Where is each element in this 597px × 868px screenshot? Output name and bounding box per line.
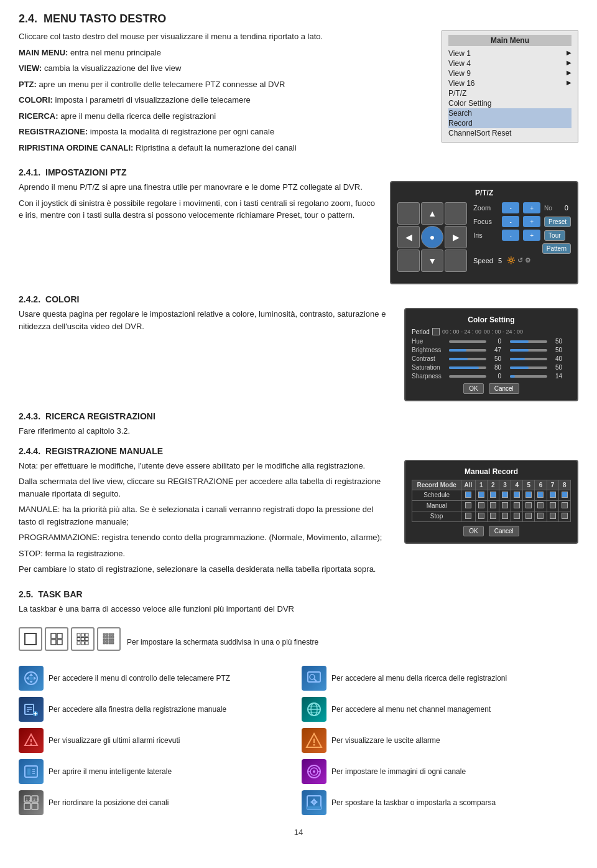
list-item: Per aprire il menu intelligente laterale [19, 759, 295, 784]
stop-4[interactable] [514, 513, 520, 519]
speed-value: 5 [498, 257, 502, 264]
manual-8[interactable] [562, 502, 568, 508]
ptz-body: Con il joystick di sinistra è possibile … [19, 197, 377, 222]
sched-1[interactable] [478, 492, 484, 498]
stop-6[interactable] [537, 513, 544, 519]
manual-record-desc: Per accedere alla finestra della registr… [49, 704, 226, 715]
reg-line4: STOP: ferma la registrazione. [19, 548, 392, 560]
ptz-panel: P/T/Z ▲ ◀ ● ▶ ▼ [390, 181, 578, 284]
svg-rect-28 [109, 642, 111, 645]
sched-7[interactable] [550, 492, 556, 498]
single-view-icon[interactable] [19, 627, 42, 651]
smart-menu-icon [19, 759, 44, 784]
iris-minus-btn[interactable]: - [502, 230, 519, 241]
pattern-btn[interactable]: Pattern [542, 243, 571, 254]
manual-1[interactable] [478, 502, 484, 508]
tour-btn[interactable]: Tour [544, 230, 565, 241]
reg-note: Nota: per effettuare le modifiche, l'ute… [19, 460, 392, 472]
sched-5[interactable] [525, 492, 532, 498]
ptz-upright-btn[interactable] [445, 202, 467, 225]
quad-view-icon[interactable] [45, 627, 68, 651]
list-item: Per visualizzare gli ultimi allarmi rice… [19, 728, 295, 753]
search-record-desc: Per accedere al menu della ricerca delle… [331, 673, 507, 684]
alarms-desc: Per visualizzare gli ultimi allarmi rice… [49, 735, 180, 746]
sub241-title: IMPOSTAZIONI PTZ [45, 167, 126, 177]
ptz-upleft-btn[interactable] [397, 202, 420, 225]
speed-label: Speed [473, 257, 493, 264]
stop-2[interactable] [490, 513, 496, 519]
focus-plus-btn[interactable]: + [523, 216, 540, 227]
svg-rect-18 [103, 637, 106, 639]
zoom-minus-btn[interactable]: - [502, 202, 519, 213]
rh-1: 1 [475, 480, 487, 490]
nine-view-icon[interactable] [71, 627, 95, 651]
rh-7: 7 [547, 480, 558, 490]
ricerca-body: Fare riferimento al capitolo 3.2. [19, 425, 578, 437]
stop-8[interactable] [562, 513, 568, 519]
manual-4[interactable] [514, 502, 520, 508]
sched-4[interactable] [514, 492, 520, 498]
stop-3[interactable] [502, 513, 508, 519]
sub241-number: 2.4.1. [19, 167, 40, 177]
svg-marker-33 [26, 676, 29, 680]
sched-2[interactable] [490, 492, 496, 498]
record-cancel-btn[interactable]: Cancel [489, 526, 519, 536]
sub242-title: COLORI [45, 294, 79, 304]
color-setting-title: Color Setting [412, 315, 571, 324]
list-item: 1 2 3 4 Per riordinare la posizione dei … [19, 790, 295, 815]
manual-5[interactable] [525, 502, 532, 508]
svg-rect-14 [103, 633, 106, 636]
manual-6[interactable] [537, 502, 544, 508]
record-ok-btn[interactable]: OK [463, 526, 483, 536]
ptz-left-btn[interactable]: ◀ [397, 226, 420, 248]
sched-8[interactable] [562, 492, 568, 498]
preset-btn[interactable]: Preset [544, 217, 571, 227]
color-ok-btn[interactable]: OK [463, 383, 483, 394]
table-row: Schedule [412, 490, 571, 500]
svg-point-63 [313, 770, 315, 773]
net-channel-icon [302, 697, 326, 722]
mm-view16: View 16▶ [448, 78, 572, 88]
alarm-out-desc: Per visualizzare le uscite allarme [331, 735, 440, 746]
ptz-downright-btn[interactable] [445, 250, 467, 272]
ptz-down-btn[interactable]: ▼ [421, 250, 443, 272]
sixteen-view-icon[interactable] [97, 627, 121, 651]
sched-6[interactable] [537, 492, 544, 498]
list-item: Per impostare le immagini di ogni canale [302, 759, 578, 784]
svg-rect-70 [24, 803, 30, 810]
sub242-number: 2.4.2. [19, 294, 40, 304]
sub25-number: 2.5. [19, 589, 33, 599]
zoom-plus-btn[interactable]: + [523, 202, 540, 213]
ptz-up-btn[interactable]: ▲ [421, 202, 443, 225]
ptz-right-btn[interactable]: ▶ [445, 226, 467, 248]
manual-all[interactable] [465, 502, 471, 508]
svg-rect-22 [103, 639, 106, 642]
sched-all[interactable] [465, 492, 471, 498]
stop-5[interactable] [525, 513, 532, 519]
alarm-out-icon [302, 728, 326, 753]
ptz-downleft-btn[interactable] [397, 250, 420, 272]
manual-3[interactable] [502, 502, 508, 508]
reg-line2: MANUALE: ha la priorità più alta. Se è s… [19, 503, 392, 528]
focus-minus-btn[interactable]: - [502, 216, 519, 227]
svg-rect-73 [307, 806, 321, 810]
svg-point-52 [30, 744, 32, 745]
stop-1[interactable] [478, 513, 484, 519]
color-cancel-btn[interactable]: Cancel [489, 383, 519, 394]
sharpness-row: Sharpness 0 14 [412, 373, 571, 380]
svg-rect-15 [106, 633, 109, 636]
list-item: Per spostare la taskbar o impostarla a s… [302, 790, 578, 815]
stop-all[interactable] [465, 513, 471, 519]
stop-7[interactable] [550, 513, 556, 519]
iris-plus-btn[interactable]: + [523, 230, 540, 241]
svg-rect-19 [106, 637, 109, 639]
manual-7[interactable] [550, 502, 556, 508]
ptz-center-btn[interactable]: ● [421, 226, 443, 248]
channel-img-desc: Per impostare le immagini di ogni canale [331, 767, 466, 777]
svg-rect-4 [57, 640, 62, 645]
alarms-icon [19, 728, 44, 753]
rh-mode: Record Mode [412, 480, 461, 490]
manual-2[interactable] [490, 502, 496, 508]
manual-record-icon [19, 697, 44, 722]
sched-3[interactable] [502, 492, 508, 498]
